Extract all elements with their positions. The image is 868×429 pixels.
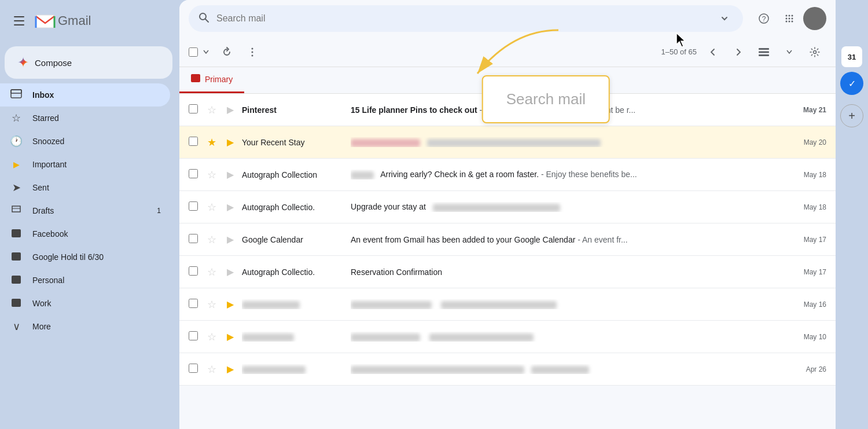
- google-hold-label-icon: [9, 251, 23, 263]
- star-button[interactable]: ☆: [205, 265, 219, 279]
- sidebar-item-google-hold[interactable]: Google Hold til 6/30: [0, 245, 170, 269]
- email-sender: Autograph Collection: [242, 170, 346, 179]
- search-input[interactable]: [216, 13, 708, 24]
- email-checkbox[interactable]: [189, 137, 198, 146]
- importance-button[interactable]: ▶: [223, 330, 237, 344]
- account-avatar-button[interactable]: [803, 7, 826, 30]
- svg-point-19: [789, 18, 790, 20]
- star-button[interactable]: ☆: [205, 200, 219, 214]
- sidebar-item-important[interactable]: ▶ Important: [0, 153, 170, 176]
- email-sender: Autograph Collectio.: [242, 267, 346, 277]
- search-dropdown-button[interactable]: [715, 9, 734, 28]
- sidebar-item-label-facebook: Facebook: [32, 229, 161, 239]
- email-checkbox[interactable]: [189, 266, 198, 276]
- svg-rect-0: [36, 15, 54, 28]
- importance-button[interactable]: ▶: [223, 233, 237, 247]
- row-checkbox-wrap: [189, 201, 200, 213]
- email-row[interactable]: ☆ ▶ Autograph Collectio. Upgrade your st…: [179, 191, 836, 223]
- gmail-logo: Gmail: [35, 13, 91, 29]
- importance-button[interactable]: ▶: [223, 135, 237, 149]
- settings-button[interactable]: [803, 41, 826, 64]
- work-label-icon: [9, 298, 23, 310]
- email-row[interactable]: ★ ▶ Your Recent Stay May 20: [179, 126, 836, 159]
- email-row[interactable]: ☆ ▶ Apr 26: [179, 353, 836, 386]
- prev-page-button[interactable]: [701, 41, 724, 64]
- row-checkbox-wrap: [189, 331, 200, 343]
- sidebar-item-drafts[interactable]: Drafts 1: [0, 199, 170, 222]
- importance-button[interactable]: ▶: [223, 362, 237, 376]
- sidebar-item-label-inbox: Inbox: [32, 90, 161, 100]
- email-row[interactable]: ☆ ▶ Autograph Collectio. Reservation Con…: [179, 256, 836, 288]
- calendar-button[interactable]: 31: [841, 46, 862, 67]
- svg-point-17: [792, 15, 793, 17]
- hamburger-line: [14, 20, 24, 21]
- svg-point-30: [814, 50, 816, 53]
- select-all-checkbox[interactable]: [189, 47, 198, 57]
- email-row[interactable]: ☆ ▶ Autograph Collection Arriving early?…: [179, 159, 836, 191]
- search-bar[interactable]: [189, 5, 743, 32]
- sidebar-item-label-starred: Starred: [32, 113, 161, 123]
- tab-primary[interactable]: Primary: [179, 67, 244, 93]
- star-button[interactable]: ☆: [205, 362, 219, 376]
- sidebar-item-starred[interactable]: ☆ Starred: [0, 107, 170, 130]
- row-checkbox-wrap: [189, 234, 200, 245]
- email-preview: - We found some Pins we think might be r…: [480, 105, 636, 115]
- email-checkbox[interactable]: [189, 299, 198, 308]
- svg-point-16: [789, 15, 790, 17]
- add-apps-button[interactable]: +: [840, 104, 863, 127]
- email-row[interactable]: ☆ ▶ Google Calendar An event from Gmail …: [179, 223, 836, 256]
- email-preview: - An event fr...: [578, 235, 627, 244]
- select-dropdown-button[interactable]: [199, 43, 213, 61]
- sidebar-item-personal[interactable]: Personal: [0, 269, 170, 292]
- refresh-button[interactable]: [215, 41, 238, 64]
- sidebar-item-snoozed[interactable]: 🕐 Snoozed: [0, 130, 170, 153]
- email-checkbox[interactable]: [189, 104, 198, 113]
- view-dropdown-button[interactable]: [778, 41, 801, 64]
- email-row[interactable]: ☆ ▶ May 10: [179, 321, 836, 353]
- topbar: ?: [179, 0, 836, 37]
- star-button[interactable]: ★: [205, 135, 219, 149]
- help-button[interactable]: ?: [752, 7, 775, 30]
- svg-rect-8: [12, 276, 21, 284]
- sidebar-item-work[interactable]: Work: [0, 292, 170, 315]
- view-options-button[interactable]: [752, 41, 775, 64]
- star-button[interactable]: ☆: [205, 298, 219, 311]
- email-row[interactable]: ☆ ▶ Pinterest 15 Life planner Pins to ch…: [179, 94, 836, 126]
- svg-rect-6: [12, 229, 21, 237]
- compose-button[interactable]: ✦ Compose: [5, 46, 172, 79]
- email-checkbox[interactable]: [189, 201, 198, 211]
- star-button[interactable]: ☆: [205, 330, 219, 344]
- importance-button[interactable]: ▶: [223, 103, 237, 117]
- more-options-button[interactable]: [241, 41, 264, 64]
- sidebar-item-sent[interactable]: ➤ Sent: [0, 176, 170, 199]
- sidebar-item-more[interactable]: ∨ More: [0, 315, 170, 338]
- sidebar-item-facebook[interactable]: Facebook: [0, 222, 170, 245]
- svg-rect-28: [759, 51, 769, 53]
- svg-point-24: [252, 47, 253, 49]
- email-checkbox[interactable]: [189, 169, 198, 178]
- star-button[interactable]: ☆: [205, 233, 219, 247]
- hamburger-menu-button[interactable]: [9, 9, 32, 32]
- apps-button[interactable]: [778, 7, 801, 30]
- importance-button[interactable]: ▶: [223, 168, 237, 182]
- email-date: May 10: [792, 333, 826, 341]
- star-button[interactable]: ☆: [205, 168, 219, 182]
- importance-button[interactable]: ▶: [223, 200, 237, 214]
- svg-rect-4: [11, 90, 21, 93]
- email-subject-preview: An event from Gmail has been added to yo…: [351, 235, 787, 244]
- email-checkbox[interactable]: [189, 364, 198, 373]
- next-page-button[interactable]: [727, 41, 750, 64]
- email-list: ☆ ▶ Pinterest 15 Life planner Pins to ch…: [179, 94, 836, 429]
- sidebar-item-label-personal: Personal: [32, 276, 161, 285]
- email-row[interactable]: ☆ ▶ May 16: [179, 288, 836, 321]
- star-button[interactable]: ☆: [205, 103, 219, 117]
- email-checkbox[interactable]: [189, 234, 198, 243]
- importance-button[interactable]: ▶: [223, 265, 237, 279]
- svg-point-18: [786, 18, 788, 20]
- sidebar-item-label-work: Work: [32, 299, 161, 308]
- email-checkbox[interactable]: [189, 331, 198, 340]
- sidebar-item-inbox[interactable]: Inbox: [0, 83, 170, 107]
- email-subject: Reservation Confirmation: [351, 267, 442, 277]
- importance-button[interactable]: ▶: [223, 298, 237, 311]
- tasks-button[interactable]: ✓: [840, 72, 863, 95]
